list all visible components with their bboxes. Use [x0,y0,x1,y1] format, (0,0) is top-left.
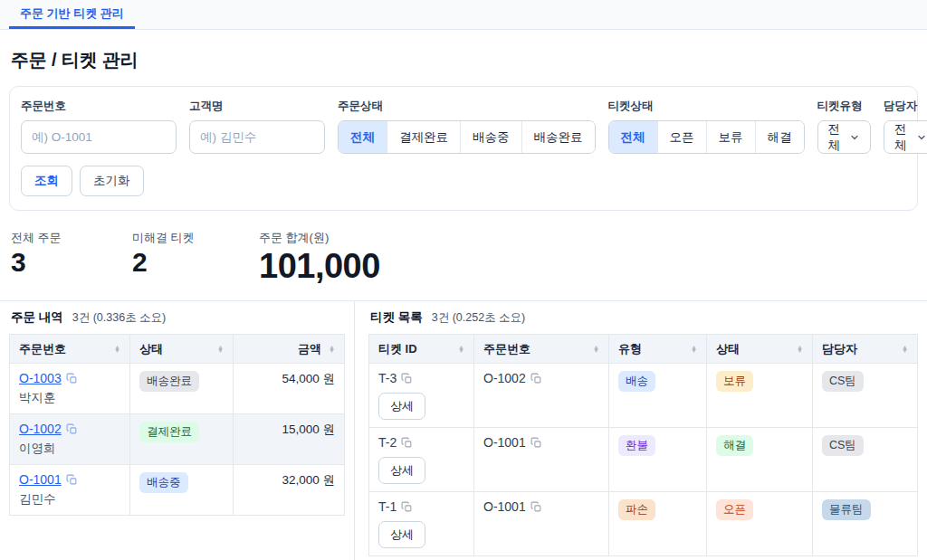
sort-arrows-icon [593,346,599,353]
sort-arrows-icon [458,346,464,353]
ticket-status-option-resolved[interactable]: 해결 [755,121,804,153]
stat-label: 미해결 티켓 [132,230,259,246]
ticket-status-label: 티켓상태 [608,99,805,114]
ticket-order-no: O-1001 [483,435,526,450]
tab-bar: 주문 기반 티켓 관리 [0,0,927,30]
stat-value: 3 [11,247,132,278]
ticket-status-badge: 해결 [716,435,753,456]
ticket-detail-button[interactable]: 상세 [378,457,425,484]
tickets-col-ticket-id[interactable]: 티켓 ID [369,335,474,364]
order-row: O-1003 박지훈 배송완료 54,000 원 [10,364,345,414]
ticket-status-field: 티켓상태 전체 오픈 보류 해결 [608,99,805,154]
ticket-assignee-badge: 물류팀 [822,499,871,520]
order-amount: 15,000 원 [234,414,345,465]
order-status-badge: 배송중 [139,472,188,493]
reset-button[interactable]: 초기화 [80,166,144,196]
copy-icon[interactable] [66,474,78,486]
orders-panel: 주문 내역 3건 (0.336초 소요) 주문번호 상태 금액 O-1003 [0,301,355,560]
ticket-status-segmented: 전체 오픈 보류 해결 [608,120,805,154]
ticket-status-badge: 보류 [716,371,753,392]
sort-arrows-icon [902,346,908,353]
stats-row: 전체 주문 3 미해결 티켓 2 주문 합계(원) 101,000 [11,230,916,286]
orders-panel-meta: 3건 (0.336초 소요) [72,310,167,326]
ticket-id: T-1 [378,499,397,514]
orders-table: 주문번호 상태 금액 O-1003 박지훈 배송완료 54,000 원 [9,334,345,516]
order-status-segmented: 전체 결제완료 배송중 배송완료 [338,120,596,154]
order-no-input[interactable] [21,120,177,154]
tickets-col-status[interactable]: 상태 [707,335,813,364]
tickets-panel: 티켓 목록 3건 (0.252초 소요) 티켓 ID 주문번호 유형 상태 담당… [355,301,927,560]
ticket-status-option-hold[interactable]: 보류 [706,121,755,153]
order-status-option-all[interactable]: 전체 [339,121,387,153]
ticket-id: T-2 [378,435,397,450]
ticket-status-option-all[interactable]: 전체 [609,121,657,153]
tab-order-ticket-management[interactable]: 주문 기반 티켓 관리 [9,0,135,29]
ticket-type-field: 티켓유형 전체 [817,99,872,154]
tickets-table: 티켓 ID 주문번호 유형 상태 담당자 T-3 상세 [368,334,918,556]
ticket-type-label: 티켓유형 [817,99,872,114]
ticket-order-no: O-1002 [483,371,526,385]
ticket-assignee-badge: CS팀 [822,371,864,392]
copy-icon[interactable] [66,423,78,435]
orders-col-order-no[interactable]: 주문번호 [10,335,130,364]
order-link[interactable]: O-1001 [19,472,62,487]
orders-col-amount[interactable]: 금액 [234,335,345,364]
copy-icon[interactable] [530,373,542,384]
ticket-detail-button[interactable]: 상세 [378,521,425,548]
order-status-badge: 결제완료 [139,422,199,442]
ticket-type-value: 전체 [828,121,841,154]
customer-field: 고객명 [189,99,325,154]
stat-label: 주문 합계(원) [259,230,380,246]
order-amount: 54,000 원 [234,364,345,414]
order-status-option-delivered[interactable]: 배송완료 [521,121,595,153]
order-amount: 32,000 원 [234,465,345,516]
order-status-label: 주문상태 [338,99,596,114]
chevron-down-icon [916,132,927,143]
order-status-option-shipping[interactable]: 배송중 [460,121,521,153]
copy-icon[interactable] [401,373,413,384]
assignee-value: 전체 [894,121,907,154]
sort-arrows-icon [797,346,803,353]
orders-col-status[interactable]: 상태 [130,335,234,364]
copy-icon[interactable] [530,437,542,449]
copy-icon[interactable] [401,501,413,513]
sort-arrows-icon [217,346,224,353]
order-no-field: 주문번호 [21,99,177,154]
main-section: 주문 내역 3건 (0.336초 소요) 주문번호 상태 금액 O-1003 [0,300,927,560]
customer-name: 박지훈 [19,390,120,406]
copy-icon[interactable] [530,501,542,513]
tickets-col-order-no[interactable]: 주문번호 [474,335,609,364]
ticket-assignee-badge: CS팀 [822,435,864,456]
order-row: O-1002 이영희 결제완료 15,000 원 [10,414,345,465]
order-link[interactable]: O-1003 [19,371,62,385]
ticket-type-badge: 파손 [618,499,655,520]
copy-icon[interactable] [401,437,413,449]
order-status-option-paid[interactable]: 결제완료 [387,121,460,153]
sort-arrows-icon [691,346,697,353]
sort-arrows-icon [114,346,120,353]
ticket-row: T-2 상세 O-1001 환불 해결 CS팀 [369,428,918,492]
assignee-select[interactable]: 전체 [884,120,927,154]
stat-value: 2 [132,247,259,278]
assignee-field: 담당자 전체 [884,99,927,154]
customer-label: 고객명 [189,99,325,114]
tickets-col-type[interactable]: 유형 [609,335,707,364]
ticket-id: T-3 [378,371,397,385]
stat-total-orders: 전체 주문 3 [11,230,132,286]
ticket-type-select[interactable]: 전체 [817,120,872,154]
ticket-status-option-open[interactable]: 오픈 [657,121,706,153]
copy-icon[interactable] [66,373,78,384]
search-button[interactable]: 조회 [21,166,72,196]
ticket-detail-button[interactable]: 상세 [378,393,425,420]
ticket-row: T-1 상세 O-1001 파손 오픈 물류팀 [369,492,918,556]
filter-panel: 주문번호 고객명 주문상태 전체 결제완료 배송중 배송완료 티켓상태 전체 오… [9,86,918,211]
order-link[interactable]: O-1002 [19,422,62,436]
tickets-col-assignee[interactable]: 담당자 [813,335,918,364]
tickets-panel-meta: 3건 (0.252초 소요) [432,310,526,326]
customer-input[interactable] [189,120,325,154]
order-status-badge: 배송완료 [139,371,199,392]
order-status-field: 주문상태 전체 결제완료 배송중 배송완료 [338,99,596,154]
ticket-order-no: O-1001 [483,499,526,514]
chevron-down-icon [849,132,860,143]
customer-name: 김민수 [19,491,120,508]
